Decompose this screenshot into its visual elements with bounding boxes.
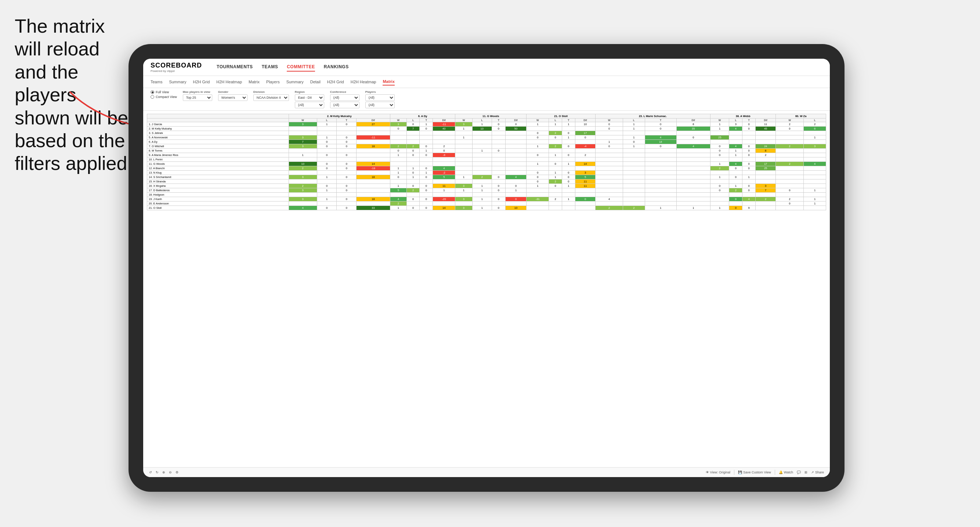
- max-players-filter: Max players in view Top 25: [183, 90, 212, 101]
- matrix-cell: 2: [289, 184, 317, 188]
- nav-tournaments[interactable]: TOURNAMENTS: [216, 63, 253, 71]
- settings-button[interactable]: ⚙: [175, 470, 178, 474]
- matrix-cell: [743, 179, 756, 184]
- redo-button[interactable]: ↻: [156, 470, 159, 474]
- subnav-teams[interactable]: Teams: [151, 79, 162, 85]
- matrix-cell: [623, 188, 645, 193]
- nav-bar: SCOREBOARD Powered by clippd TOURNAMENTS…: [143, 59, 830, 76]
- sh-l4: L: [549, 119, 562, 122]
- conference-all-select[interactable]: (All): [330, 102, 360, 108]
- max-players-select[interactable]: Top 25: [183, 94, 212, 101]
- undo-button[interactable]: ↺: [149, 470, 152, 474]
- sh-d4: Dif: [575, 119, 595, 122]
- matrix-cell: [406, 179, 420, 184]
- subnav-players[interactable]: Players: [266, 79, 280, 85]
- players-select[interactable]: (All): [365, 94, 395, 101]
- full-view-radio[interactable]: [151, 90, 154, 94]
- matrix-cell: 1: [472, 122, 492, 127]
- matrix-cell: [505, 166, 526, 171]
- matrix-cell: [645, 202, 676, 206]
- matrix-cell: [472, 144, 492, 149]
- sh-t3: T: [492, 119, 505, 122]
- zoom-reset-button[interactable]: ⊕: [162, 470, 165, 474]
- matrix-cell: 0: [337, 188, 356, 193]
- matrix-cell: 0: [406, 153, 420, 157]
- nav-rankings[interactable]: RANKINGS: [324, 63, 349, 71]
- matrix-cell: 18: [356, 197, 390, 202]
- matrix-cell: [337, 149, 356, 153]
- matrix-cell: [549, 202, 562, 206]
- matrix-cell: 1: [562, 184, 575, 188]
- sh-d5: Dif: [676, 119, 710, 122]
- matrix-cell: [317, 131, 337, 135]
- matrix-cell: [455, 140, 472, 144]
- matrix-cell: 1: [804, 197, 826, 202]
- grid-button[interactable]: ⊞: [805, 470, 807, 474]
- matrix-cell: [492, 166, 505, 171]
- matrix-cell: 0: [433, 149, 455, 153]
- matrix-cell: 0: [776, 127, 804, 131]
- compact-view-radio[interactable]: [151, 95, 154, 99]
- players-all-select[interactable]: (All): [365, 102, 395, 108]
- matrix-cell: -31: [527, 197, 549, 202]
- share-icon: ↗: [811, 470, 814, 474]
- matrix-cell: 1: [623, 135, 645, 140]
- subnav-summary2[interactable]: Summary: [286, 79, 304, 85]
- zoom-out-button[interactable]: ⊖: [169, 470, 172, 474]
- save-custom-button[interactable]: 💾 Save Custom View: [738, 470, 771, 474]
- compact-view-option[interactable]: Compact View: [151, 95, 177, 99]
- conference-select[interactable]: (All): [330, 94, 360, 101]
- watch-button[interactable]: 🔔 Watch: [779, 470, 793, 474]
- region-select[interactable]: East - DII: [295, 94, 324, 101]
- matrix-cell: 1: [527, 144, 549, 149]
- matrix-cell: [492, 162, 505, 166]
- matrix-cell: 0: [406, 197, 420, 202]
- matrix-cell: 1: [505, 188, 526, 193]
- toolbar-sep-2: [775, 470, 775, 475]
- matrix-cell: 0: [420, 184, 433, 188]
- matrix-cell: 24: [755, 144, 775, 149]
- matrix-cell: [505, 171, 526, 175]
- matrix-cell: 0: [492, 122, 505, 127]
- matrix-cell: [595, 171, 623, 175]
- subnav-h2h-grid2[interactable]: H2H Grid: [327, 79, 344, 85]
- subnav-matrix[interactable]: Matrix: [248, 79, 259, 85]
- subnav-summary[interactable]: Summary: [169, 79, 186, 85]
- subnav-matrix2[interactable]: Matrix: [383, 78, 395, 86]
- division-select[interactable]: NCAA Division II: [253, 94, 289, 101]
- subnav-h2h-heatmap2[interactable]: H2H Heatmap: [351, 79, 376, 85]
- matrix-cell: 2: [710, 166, 729, 171]
- matrix-cell: [492, 179, 505, 184]
- sh-d3: Dif: [505, 119, 526, 122]
- view-original-button[interactable]: 👁 View: Original: [706, 470, 730, 474]
- subnav-h2h-heatmap[interactable]: H2H Heatmap: [216, 79, 242, 85]
- matrix-area[interactable]: 2. M Kelly Mulcahy 6. A Dy 11. G Woods 2…: [143, 111, 830, 467]
- matrix-cell: 1: [549, 175, 562, 179]
- matrix-cell: 1: [289, 153, 317, 157]
- matrix-cell: [433, 131, 455, 135]
- matrix-cell: [562, 193, 575, 197]
- nav-committee[interactable]: COMMITTEE: [287, 63, 315, 71]
- full-view-option[interactable]: Full View: [151, 90, 177, 94]
- sh-l7: L: [804, 119, 826, 122]
- matrix-cell: [710, 140, 729, 144]
- matrix-cell: [623, 193, 645, 197]
- subnav-detail[interactable]: Detail: [310, 79, 321, 85]
- share-button[interactable]: ↗ Share: [811, 470, 824, 474]
- comment-button[interactable]: 💬: [797, 470, 801, 474]
- subnav-h2h-grid[interactable]: H2H Grid: [193, 79, 210, 85]
- matrix-cell: [575, 149, 595, 153]
- matrix-cell: 5: [390, 188, 406, 193]
- matrix-cell: [406, 193, 420, 197]
- gender-select[interactable]: Women's: [218, 94, 248, 101]
- matrix-cell: 1: [472, 149, 492, 153]
- nav-teams[interactable]: TEAMS: [262, 63, 278, 71]
- matrix-cell: 2: [755, 197, 775, 202]
- matrix-cell: 0: [337, 197, 356, 202]
- matrix-cell: [505, 179, 526, 184]
- matrix-cell: [420, 135, 433, 140]
- region-all-select[interactable]: (All): [295, 102, 324, 108]
- matrix-cell: 3: [289, 175, 317, 179]
- matrix-cell: 25: [755, 166, 775, 171]
- matrix-cell: [527, 193, 549, 197]
